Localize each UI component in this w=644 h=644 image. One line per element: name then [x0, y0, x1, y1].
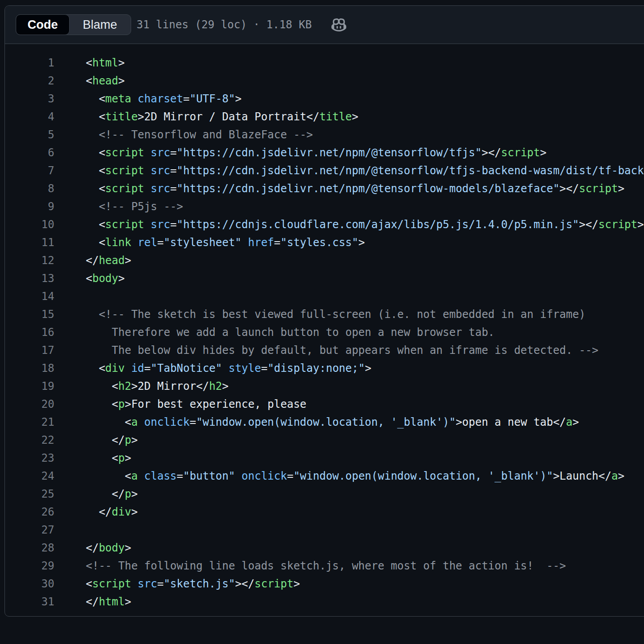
tab-blame[interactable]: Blame [69, 15, 131, 35]
line-number[interactable]: 26 [5, 503, 54, 521]
code-row: 3 <meta charset="UTF-8"> [5, 90, 644, 108]
code-row: 24 <a class="button" onclick="window.ope… [5, 467, 644, 485]
code-row: 8 <script src="https://cdn.jsdelivr.net/… [5, 180, 644, 198]
line-number[interactable]: 16 [5, 323, 54, 341]
line-number[interactable]: 21 [5, 413, 54, 431]
copilot-button[interactable] [330, 16, 348, 34]
code-line: <h2>2D Mirror</h2> [54, 377, 229, 395]
line-number[interactable]: 28 [5, 539, 54, 557]
code-area: 1<html>2<head>3 <meta charset="UTF-8">4 … [5, 44, 644, 611]
line-number[interactable]: 2 [5, 72, 54, 90]
code-line: <!-- P5js --> [54, 198, 183, 216]
code-line: <script src="https://cdn.jsdelivr.net/np… [54, 144, 547, 162]
file-meta: 31 lines (29 loc) · 1.18 KB [137, 18, 312, 31]
code-row: 28</body> [5, 539, 644, 557]
file-header: Code Blame 31 lines (29 loc) · 1.18 KB [5, 6, 644, 44]
code-row: 9 <!-- P5js --> [5, 198, 644, 216]
line-number[interactable]: 9 [5, 198, 54, 216]
code-row: 5 <!-- Tensorflow and BlazeFace --> [5, 126, 644, 144]
line-number[interactable]: 3 [5, 90, 54, 108]
code-row: 10 <script src="https://cdnjs.cloudflare… [5, 216, 644, 234]
code-line: </body> [54, 539, 131, 557]
code-row: 13<body> [5, 269, 644, 287]
code-row: 23 <p> [5, 449, 644, 467]
code-row: 15 <!-- The sketch is best viewed full-s… [5, 305, 644, 323]
code-row: 12</head> [5, 251, 644, 269]
code-line: </p> [54, 485, 138, 503]
code-line: <title>2D Mirror / Data Portrait</title> [54, 108, 358, 126]
line-number[interactable]: 22 [5, 431, 54, 449]
file-container: Code Blame 31 lines (29 loc) · 1.18 KB 1… [4, 5, 644, 617]
code-line: <a class="button" onclick="window.open(w… [54, 467, 624, 485]
code-row: 22 </p> [5, 431, 644, 449]
code-line [54, 521, 86, 539]
code-row: 17 The below div hides by default, but a… [5, 341, 644, 359]
code-row: 1<html> [5, 54, 644, 72]
code-line: <script src="sketch.js"></script> [54, 575, 300, 593]
line-number[interactable]: 18 [5, 359, 54, 377]
code-line: <!-- The following line loads sketch.js,… [54, 557, 566, 575]
line-number[interactable]: 15 [5, 305, 54, 323]
code-line: <p> [54, 449, 131, 467]
code-row: 18 <div id="TabNotice" style="display:no… [5, 359, 644, 377]
code-line: <script src="https://cdn.jsdelivr.net/np… [54, 180, 624, 198]
line-number[interactable]: 10 [5, 216, 54, 234]
line-number[interactable]: 11 [5, 234, 54, 251]
line-number[interactable]: 7 [5, 162, 54, 180]
code-line: Therefore we add a launch button to open… [54, 323, 494, 341]
tab-code[interactable]: Code [16, 14, 70, 35]
code-row: 20 <p>For best experience, please [5, 395, 644, 413]
line-number[interactable]: 8 [5, 180, 54, 198]
line-number[interactable]: 12 [5, 251, 54, 269]
line-number[interactable]: 25 [5, 485, 54, 503]
code-line: </html> [54, 593, 131, 611]
line-number[interactable]: 5 [5, 126, 54, 144]
line-number[interactable]: 27 [5, 521, 54, 539]
copilot-icon [331, 18, 346, 32]
code-line: <script src="https://cdn.jsdelivr.net/np… [54, 162, 644, 180]
line-number[interactable]: 20 [5, 395, 54, 413]
code-line: </head> [54, 251, 131, 269]
line-number[interactable]: 24 [5, 467, 54, 485]
line-number[interactable]: 17 [5, 341, 54, 359]
code-row: 11 <link rel="stylesheet" href="styles.c… [5, 234, 644, 251]
line-number[interactable]: 23 [5, 449, 54, 467]
code-line [54, 287, 86, 305]
line-number[interactable]: 31 [5, 593, 54, 611]
code-row: 29<!-- The following line loads sketch.j… [5, 557, 644, 575]
code-row: 16 Therefore we add a launch button to o… [5, 323, 644, 341]
line-number[interactable]: 19 [5, 377, 54, 395]
code-line: <link rel="stylesheet" href="styles.css"… [54, 234, 365, 251]
code-line: The below div hides by default, but appe… [54, 341, 599, 359]
code-blame-switcher: Code Blame [16, 14, 131, 35]
code-row: 30<script src="sketch.js"></script> [5, 575, 644, 593]
code-line: <meta charset="UTF-8"> [54, 90, 242, 108]
code-line: <script src="https://cdnjs.cloudflare.co… [54, 216, 644, 234]
code-line: <div id="TabNotice" style="display:none;… [54, 359, 371, 377]
line-number[interactable]: 13 [5, 269, 54, 287]
code-line: <html> [54, 54, 125, 72]
code-row: 19 <h2>2D Mirror</h2> [5, 377, 644, 395]
code-row: 7 <script src="https://cdn.jsdelivr.net/… [5, 162, 644, 180]
code-row: 25 </p> [5, 485, 644, 503]
code-row: 21 <a onclick="window.open(window.locati… [5, 413, 644, 431]
code-line: <a onclick="window.open(window.location,… [54, 413, 579, 431]
code-row: 31</html> [5, 593, 644, 611]
code-row: 27 [5, 521, 644, 539]
code-row: 4 <title>2D Mirror / Data Portrait</titl… [5, 108, 644, 126]
code-view-page: { "header": { "tabs": [ { "label": "Code… [0, 0, 644, 644]
code-line: <body> [54, 269, 125, 287]
code-row: 26 </div> [5, 503, 644, 521]
code-row: 6 <script src="https://cdn.jsdelivr.net/… [5, 144, 644, 162]
code-line: <head> [54, 72, 125, 90]
line-number[interactable]: 4 [5, 108, 54, 126]
code-line: </p> [54, 431, 138, 449]
line-number[interactable]: 30 [5, 575, 54, 593]
line-number[interactable]: 14 [5, 287, 54, 305]
code-line: <p>For best experience, please [54, 395, 306, 413]
line-number[interactable]: 1 [5, 54, 54, 72]
line-number[interactable]: 29 [5, 557, 54, 575]
line-number[interactable]: 6 [5, 144, 54, 162]
code-line: <!-- The sketch is best viewed full-scre… [54, 305, 586, 323]
code-line: </div> [54, 503, 138, 521]
